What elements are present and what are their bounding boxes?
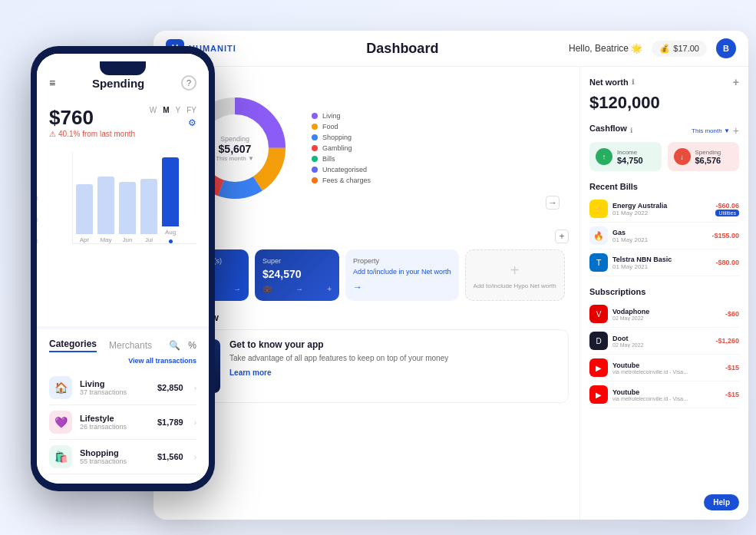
phone-categories: Categories Merchants 🔍 % View all transa… xyxy=(37,329,209,484)
dashboard-sidebar: Net worth ℹ + $120,000 Cashflow ℹ This m… xyxy=(579,67,748,520)
doot-icon: D xyxy=(589,332,608,350)
chevron-right-icon: › xyxy=(194,453,196,461)
income-icon: ↑ xyxy=(596,148,612,165)
cat-tabs: Categories Merchants 🔍 % xyxy=(49,339,196,352)
cat-item-shopping: 🛍️ Shopping 55 transactions $1,560 › xyxy=(49,440,196,474)
phone-header: ≡ Spending ? xyxy=(37,54,209,100)
chart-bar-jul: Jul xyxy=(140,179,157,243)
utilities-badge: Utilities xyxy=(715,210,739,216)
legend-gambling: Gambling xyxy=(312,144,371,152)
net-worth-header: Net worth ℹ + xyxy=(589,76,739,88)
search-icon[interactable]: 🔍 xyxy=(169,340,180,351)
help-fab[interactable]: Help xyxy=(704,494,739,510)
greeting-text: Hello, Beatrice 🌟 xyxy=(569,43,642,54)
chart-legend: Living Food Shopping Gambling xyxy=(312,112,371,184)
property-add-icon[interactable]: → xyxy=(353,282,451,292)
cashflow-title: Cashflow xyxy=(589,124,627,133)
chart-bars: Apr May Jun Jul xyxy=(72,152,196,244)
phone-help-icon[interactable]: ? xyxy=(181,75,196,91)
accounts-expand-button[interactable]: + xyxy=(555,230,569,243)
spending-chart-section: Spending $5,607 This month ▼ 33% Living … xyxy=(164,78,569,219)
cat-icon-shopping: 🛍️ xyxy=(49,445,72,468)
account-card-add[interactable]: + Add to/include Hypo Net worth xyxy=(465,249,565,301)
net-worth-amount: $120,000 xyxy=(589,93,739,113)
dashboard-title: Dashboard xyxy=(366,41,438,57)
cat-icon-living: 🏠 xyxy=(49,376,72,399)
youtube-icon-1: ▶ xyxy=(589,358,608,377)
subscriptions-title: Subscriptions xyxy=(589,287,739,296)
cat-item-lifestyle: 💜 Lifestyle 26 transactions $1,789 › xyxy=(49,405,196,440)
telstra-icon: T xyxy=(589,253,608,272)
super-icons: 💼 → + xyxy=(262,285,332,293)
legend-uncategorised: Uncategorised xyxy=(312,166,371,173)
chart-expand-button[interactable]: → xyxy=(546,196,560,210)
chart-y-labels: $2K $1K $750 $500 $250 xyxy=(37,152,38,244)
accounts-section: Accounts + Bank account(s) $6,000 🏦 → Su… xyxy=(164,230,569,301)
add-icon[interactable]: + xyxy=(510,262,520,279)
legend-shopping: Shopping xyxy=(312,134,371,141)
whats-new-card-desc: Take advantage of all app features to ke… xyxy=(229,353,448,364)
cat-tab-icons: 🔍 % xyxy=(169,340,196,351)
account-card-property[interactable]: Property Add to/include in your Net wort… xyxy=(345,249,459,301)
super-icon: 💼 xyxy=(262,285,272,293)
whats-new-learn-more[interactable]: Learn more xyxy=(229,368,448,377)
dollar-icon: 💰 xyxy=(659,44,670,54)
whats-new-content: Get to know your app Take advantage of a… xyxy=(229,339,448,393)
energy-icon: ⚡ xyxy=(589,200,608,218)
cashflow-row: ↑ Income $4,750 ↓ Spending $6,576 xyxy=(589,142,739,171)
tab-categories[interactable]: Categories xyxy=(49,339,97,352)
super-add-icon[interactable]: + xyxy=(327,285,332,293)
chevron-right-icon: › xyxy=(194,384,196,392)
super-label: Super xyxy=(262,257,332,265)
user-avatar: B xyxy=(716,38,736,58)
cashflow-spending-card: ↓ Spending $6,576 xyxy=(668,142,740,171)
cashflow-info-icon[interactable]: ℹ xyxy=(630,127,632,134)
subscriptions-section: Subscriptions V Vodaphone 02 May 2022 -$… xyxy=(589,287,739,408)
cashflow-header: Cashflow ℹ This month ▼ + xyxy=(589,124,739,137)
bank-expand-icon[interactable]: → xyxy=(233,285,241,293)
legend-food: Food xyxy=(312,123,371,130)
dashboard: H HUMANITI Dashboard Hello, Beatrice 🌟 💰… xyxy=(154,31,748,520)
whats-new-section: What's new 📱 Get to know your app Take a… xyxy=(164,312,569,403)
legend-bills: Bills xyxy=(312,155,371,163)
view-all-link[interactable]: View all transactions xyxy=(49,357,196,365)
dashboard-topbar: H HUMANITI Dashboard Hello, Beatrice 🌟 💰… xyxy=(154,31,748,67)
net-worth-info-icon[interactable]: ℹ xyxy=(632,78,634,86)
cat-item-living: 🏠 Living 37 transactions $2,850 › xyxy=(49,371,196,405)
hamburger-icon[interactable]: ≡ xyxy=(49,77,55,89)
phone-screen-title: Spending xyxy=(92,77,144,90)
chart-bar-apr: Apr xyxy=(76,184,93,243)
legend-fees: Fees & charges xyxy=(312,177,371,184)
percent-icon[interactable]: % xyxy=(188,340,196,351)
net-worth-expand-icon[interactable]: + xyxy=(733,76,739,88)
phone-spending-section: $760 ⚠ 40.1% from last month W M Y FY ⚙ xyxy=(37,100,209,146)
cashflow-expand-icon[interactable]: + xyxy=(733,124,739,137)
vodafone-icon: V xyxy=(589,305,608,323)
accounts-row: Bank account(s) $6,000 🏦 → Super $24,570… xyxy=(164,249,569,301)
legend-living: Living xyxy=(312,112,371,120)
cashflow-income-card: ↑ Income $4,750 xyxy=(589,142,662,171)
whats-new-card-title: Get to know your app xyxy=(229,339,448,350)
sub-youtube-1: ▶ Youtube via metrotelecoinville.id - Vi… xyxy=(589,355,739,381)
bills-title: Recent Bills xyxy=(589,182,739,191)
sub-youtube-2: ▶ Youtube via metrotelecoinville.id - Vi… xyxy=(589,381,739,408)
account-card-super[interactable]: Super $24,570 💼 → + xyxy=(255,249,339,301)
tab-merchants[interactable]: Merchants xyxy=(109,340,152,351)
property-desc: Add to/include in your Net worth xyxy=(353,268,451,277)
bills-section: Recent Bills ⚡ Energy Australia 01 May 2… xyxy=(589,182,739,276)
chart-bar-may: May xyxy=(97,177,114,243)
super-amount: $24,570 xyxy=(262,268,332,280)
dashboard-body: Spending $5,607 This month ▼ 33% Living … xyxy=(154,67,748,520)
cashflow-period[interactable]: This month ▼ xyxy=(692,127,730,134)
active-dot xyxy=(169,239,173,243)
net-worth-section: Net worth ℹ + $120,000 xyxy=(589,76,739,113)
super-expand-icon[interactable]: → xyxy=(295,285,303,293)
youtube-icon-2: ▶ xyxy=(589,385,608,404)
phone-screen: ≡ Spending ? $760 ⚠ 40.1% from last mont… xyxy=(37,54,209,484)
property-label: Property xyxy=(353,257,451,265)
user-area: Hello, Beatrice 🌟 💰 $17.00 B xyxy=(569,38,736,58)
filter-icon[interactable]: ⚙ xyxy=(188,117,196,128)
cat-icon-lifestyle: 💜 xyxy=(49,411,72,434)
chevron-right-icon: › xyxy=(194,418,196,427)
cashflow-section: Cashflow ℹ This month ▼ + ↑ Income $4,75… xyxy=(589,124,739,171)
